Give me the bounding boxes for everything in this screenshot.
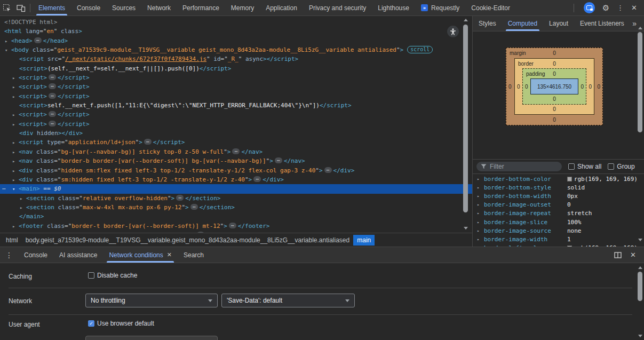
expand-arrow-icon[interactable]: ▸ <box>12 92 19 101</box>
computed-property-row[interactable]: ▸border-bottom-colorrgb(169, 169, 169) <box>473 175 638 183</box>
dom-tree-row[interactable]: ▸<footer class="border-t border-[var(--b… <box>0 222 472 231</box>
tab-application[interactable]: Application <box>260 0 303 15</box>
group-checkbox[interactable]: Group <box>608 163 634 170</box>
computed-property-row[interactable]: ▸border-image-repeatstretch <box>473 209 638 218</box>
inline-expand-icon[interactable]: ⋯ <box>275 157 282 163</box>
expand-arrow-icon[interactable]: ▸ <box>12 157 19 166</box>
scrollbar-thumb[interactable] <box>638 272 642 301</box>
inline-expand-icon[interactable]: ⋯ <box>229 223 236 228</box>
tab-performance[interactable]: Performance <box>177 0 225 15</box>
collapse-arrow-icon[interactable]: ▾ <box>12 185 19 194</box>
split-panel-icon[interactable] <box>614 252 622 258</box>
dom-tree-row[interactable]: <script>(self.__next_f=self.__next_f||[]… <box>0 64 472 73</box>
dom-tree-row[interactable]: ▸<script>⋯</script> <box>0 92 472 101</box>
border-bottom-value[interactable]: 0 <box>515 106 594 112</box>
computed-property-row[interactable]: ▸border-image-outset0 <box>473 201 638 209</box>
computed-property-row[interactable]: ▸border-image-slice100% <box>473 218 638 226</box>
dom-tree-row[interactable]: ▾<body class="geist_a71539c9-module__T19… <box>0 45 472 54</box>
border-top-value[interactable]: 0 <box>515 61 594 67</box>
tab-console[interactable]: Console <box>71 0 106 15</box>
expand-arrow-icon[interactable]: ▸ <box>5 37 11 46</box>
dom-tree-row[interactable]: ▸<script>⋯</script> <box>0 82 472 91</box>
throttling-select[interactable]: No throttling <box>85 294 218 307</box>
dom-tree-row[interactable]: </main> <box>0 212 472 221</box>
dom-tree-row[interactable]: ▸<section class="max-w-4xl mx-auto px-6 … <box>0 203 472 212</box>
dom-tree-row[interactable]: <script src="/_next/static/chunks/672f37… <box>0 54 472 64</box>
expand-arrow-icon[interactable]: ▸ <box>12 138 19 147</box>
breadcrumb-item-body[interactable]: body.geist_a71539c9-module__T19VSG__vari… <box>22 235 354 246</box>
sidebar-tab-layout[interactable]: Layout <box>543 16 574 31</box>
sidebar-tab-computed[interactable]: Computed <box>502 16 543 31</box>
tab-network[interactable]: Network <box>141 0 177 15</box>
expand-arrow-icon[interactable]: ▸ <box>477 185 484 190</box>
expand-arrow-icon[interactable]: ▸ <box>12 120 19 129</box>
dom-tree-row[interactable]: ▸<head>⋯</head> <box>0 36 472 45</box>
filter-pill[interactable] <box>476 162 562 171</box>
drawer-tab-network-conditions[interactable]: Network conditions✕ <box>103 247 178 263</box>
expand-arrow-icon[interactable]: ▸ <box>20 203 26 212</box>
scrollbar-thumb[interactable] <box>463 25 468 212</box>
dom-tree-row[interactable]: <!DOCTYPE html> <box>0 18 472 27</box>
expand-arrow-icon[interactable]: ▸ <box>477 202 484 207</box>
disable-cache-checkbox-box[interactable] <box>88 272 94 279</box>
expand-arrow-icon[interactable]: ▸ <box>477 237 484 242</box>
border-right-value[interactable]: 0 <box>589 84 592 90</box>
computed-property-row[interactable]: ▸border-bottom-width0px <box>473 192 638 200</box>
scroll-up-arrow[interactable] <box>464 19 468 21</box>
scroll-up-arrow[interactable] <box>638 266 642 269</box>
expand-arrow-icon[interactable]: ▸ <box>12 110 19 120</box>
box-model-padding[interactable]: padding 0 0 0 0 135×4616.750 <box>522 68 586 105</box>
inline-expand-icon[interactable]: ⋯ <box>34 37 42 43</box>
scroll-down-arrow[interactable] <box>464 227 468 230</box>
scroll-badge[interactable]: scroll <box>407 46 433 53</box>
padding-top-value[interactable]: 0 <box>523 71 586 77</box>
dom-tree-row[interactable]: ▸<nav class="border-b border-[var(--bord… <box>0 156 472 165</box>
computed-property-row[interactable]: ▸border-image-sourcenone <box>473 226 638 235</box>
collapse-arrow-icon[interactable]: ▾ <box>5 46 11 55</box>
expand-arrow-icon[interactable]: ▸ <box>12 83 19 92</box>
padding-left-value[interactable]: 0 <box>525 84 528 90</box>
use-browser-default-checkbox[interactable]: ✓ Use browser default <box>88 320 154 327</box>
scrollbar-thumb[interactable] <box>638 32 642 132</box>
computed-property-row[interactable]: ▸border-bottom-stylesolid <box>473 183 638 192</box>
screencast-icon[interactable] <box>584 2 595 13</box>
drawer-tab-ai-assistance[interactable]: AI assistance <box>53 247 103 263</box>
disable-cache-checkbox[interactable]: Disable cache <box>88 272 137 279</box>
breadcrumb-item-html[interactable]: html <box>2 235 22 246</box>
padding-bottom-value[interactable]: 0 <box>523 96 586 102</box>
dom-tree-row[interactable]: ▸<div class="sm:hidden fixed left-3 top-… <box>0 175 472 184</box>
expand-arrow-icon[interactable]: ▸ <box>12 222 19 231</box>
save-data-select[interactable]: 'Save-Data': default <box>221 294 355 307</box>
close-icon[interactable]: ✕ <box>631 4 637 11</box>
expand-arrow-icon[interactable]: ▸ <box>477 220 484 225</box>
expand-arrow-icon[interactable]: ▸ <box>477 228 484 233</box>
filter-input[interactable] <box>490 163 558 170</box>
dom-tree-row[interactable]: ▸<script type="application/ld+json">⋯</s… <box>0 138 472 147</box>
inline-expand-icon[interactable]: ⋯ <box>144 139 152 145</box>
breadcrumb-item-main[interactable]: main <box>353 235 375 246</box>
drawer-menu-icon[interactable]: ⋮ <box>0 251 18 259</box>
tab-requestly[interactable]: »Requestly <box>415 0 465 15</box>
dom-tree-row[interactable]: ▸<nav class="bg-[var(--navbar-bg)] stick… <box>0 147 472 156</box>
show-all-checkbox[interactable]: Show all <box>568 163 601 170</box>
tab-elements[interactable]: Elements <box>33 0 71 15</box>
user-agent-input[interactable] <box>85 336 218 340</box>
tab-close-icon[interactable]: ✕ <box>167 251 172 258</box>
inline-expand-icon[interactable]: ⋯ <box>49 93 56 99</box>
scroll-up-arrow[interactable] <box>638 27 642 29</box>
margin-right-value[interactable]: 0 <box>597 84 600 90</box>
expand-arrow-icon[interactable]: ▸ <box>12 148 19 157</box>
more-menu-icon[interactable]: ⋮ <box>617 4 624 11</box>
dom-tree-row[interactable]: ⋯▾<main> == $0 <box>0 184 472 193</box>
inline-expand-icon[interactable]: ⋯ <box>190 204 198 210</box>
dom-tree-row[interactable]: <script>self.__next_f.push([1,"11:E{\"di… <box>0 101 472 110</box>
margin-left-value[interactable]: 0 <box>508 84 512 90</box>
drawer-tab-console[interactable]: Console <box>18 247 53 263</box>
dom-tree-row[interactable]: ▸<script>⋯</script> <box>0 110 472 119</box>
device-toolbar-icon[interactable] <box>14 1 28 15</box>
use-browser-default-checkbox-box[interactable]: ✓ <box>88 320 94 327</box>
inline-expand-icon[interactable]: ⋯ <box>324 167 332 173</box>
inline-expand-icon[interactable]: ⋯ <box>49 74 56 80</box>
expand-arrow-icon[interactable]: ▸ <box>20 194 26 203</box>
tab-lighthouse[interactable]: Lighthouse <box>372 0 415 15</box>
